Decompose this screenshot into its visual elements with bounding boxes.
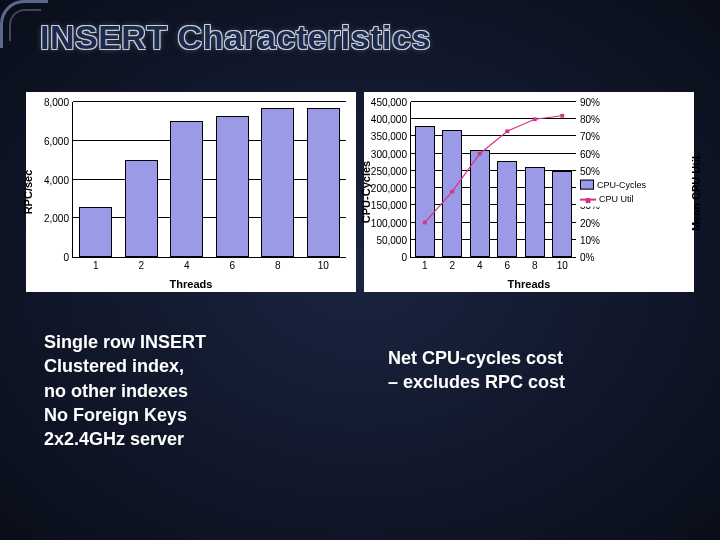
xtick: 10 — [557, 257, 568, 271]
chart-right-plot: 050,000100,000150,000200,000250,000300,0… — [410, 102, 576, 258]
ytick: 150,000 — [371, 200, 411, 211]
chart-right-y2label: Mean CPU Util. — [690, 153, 702, 231]
ytick-right: 20% — [576, 217, 600, 228]
caption-left: Single row INSERT Clustered index, no ot… — [44, 330, 344, 451]
slide-title: INSERT Characteristics — [40, 18, 431, 57]
chart-right-legend: CPU-Cycles CPU Util — [580, 178, 646, 207]
xtick: 2 — [138, 257, 144, 271]
chart-right: CPU-Cycles Mean CPU Util. Threads 050,00… — [364, 92, 694, 292]
ytick-right: 80% — [576, 114, 600, 125]
xtick: 6 — [504, 257, 510, 271]
bar — [170, 121, 203, 257]
bar — [307, 108, 340, 257]
caption-line: no other indexes — [44, 379, 344, 403]
bar — [125, 160, 158, 257]
svg-rect-5 — [560, 114, 564, 118]
ytick-right: 90% — [576, 97, 600, 108]
ytick-right: 0% — [576, 252, 594, 263]
bar — [525, 167, 545, 257]
ytick-right: 10% — [576, 234, 600, 245]
chart-left-xlabel: Threads — [170, 278, 213, 290]
xtick: 2 — [449, 257, 455, 271]
legend-label: CPU-Cycles — [597, 178, 646, 192]
ytick: 2,000 — [44, 213, 73, 224]
ytick: 250,000 — [371, 165, 411, 176]
legend-item-line: CPU Util — [580, 192, 646, 206]
xtick: 1 — [93, 257, 99, 271]
xtick: 4 — [477, 257, 483, 271]
chart-right-xlabel: Threads — [508, 278, 551, 290]
ytick: 350,000 — [371, 131, 411, 142]
bar — [261, 108, 294, 257]
ytick-right: 70% — [576, 131, 600, 142]
chart-left-ylabel: RPC/sec — [22, 170, 34, 215]
ytick: 400,000 — [371, 114, 411, 125]
caption-line: 2x2.4GHz server — [44, 427, 344, 451]
xtick: 10 — [318, 257, 329, 271]
xtick: 8 — [532, 257, 538, 271]
line-swatch-icon — [580, 198, 596, 200]
caption-line: No Foreign Keys — [44, 403, 344, 427]
bar — [79, 207, 112, 257]
xtick: 1 — [422, 257, 428, 271]
chart-left-plot: 02,0004,0006,0008,0001246810 — [72, 102, 346, 258]
ytick: 6,000 — [44, 135, 73, 146]
bar-swatch-icon — [580, 180, 594, 190]
bar — [442, 130, 462, 257]
ytick-right: 50% — [576, 165, 600, 176]
bar — [415, 126, 435, 257]
bar — [497, 161, 517, 257]
ytick: 50,000 — [376, 234, 411, 245]
ytick: 0 — [401, 252, 411, 263]
xtick: 8 — [275, 257, 281, 271]
caption-right: Net CPU-cycles cost – excludes RPC cost — [388, 346, 688, 395]
bar — [216, 116, 249, 257]
ytick-right: 60% — [576, 148, 600, 159]
charts-row: RPC/sec Threads 02,0004,0006,0008,000124… — [26, 92, 694, 292]
ytick: 0 — [63, 252, 73, 263]
xtick: 6 — [229, 257, 235, 271]
cpu-util-line — [411, 102, 576, 257]
caption-line: Net CPU-cycles cost — [388, 346, 688, 370]
ytick: 300,000 — [371, 148, 411, 159]
svg-rect-3 — [505, 129, 509, 133]
caption-line: – excludes RPC cost — [388, 370, 688, 394]
legend-label: CPU Util — [599, 192, 634, 206]
legend-item-bar: CPU-Cycles — [580, 178, 646, 192]
caption-line: Clustered index, — [44, 354, 344, 378]
chart-left: RPC/sec Threads 02,0004,0006,0008,000124… — [26, 92, 356, 292]
ytick: 450,000 — [371, 97, 411, 108]
ytick: 8,000 — [44, 97, 73, 108]
ytick: 100,000 — [371, 217, 411, 228]
caption-line: Single row INSERT — [44, 330, 344, 354]
ytick: 4,000 — [44, 174, 73, 185]
bar — [470, 150, 490, 257]
ytick: 200,000 — [371, 183, 411, 194]
bar — [552, 171, 572, 257]
xtick: 4 — [184, 257, 190, 271]
